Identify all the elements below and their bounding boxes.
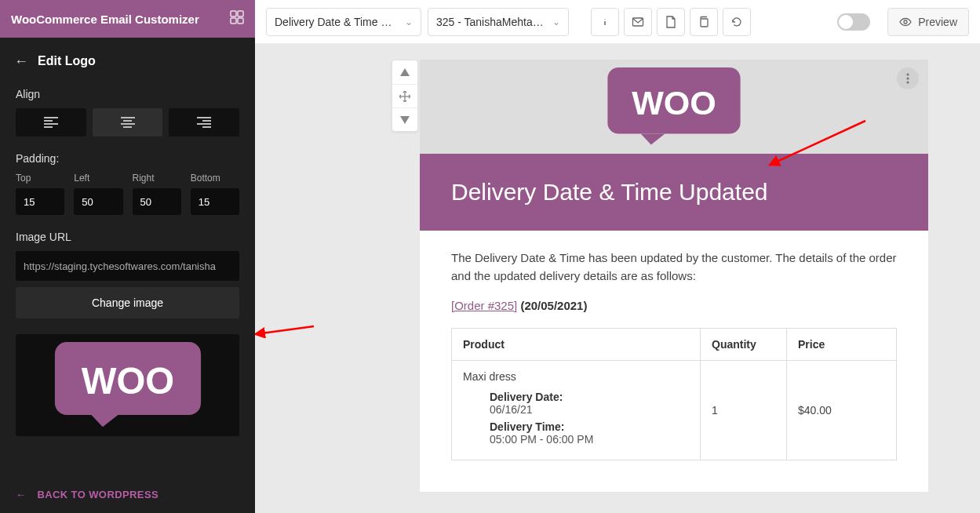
email-heading: Delivery Date & Time Updated [420,154,928,231]
eye-icon [899,16,912,28]
svg-marker-13 [400,68,410,76]
padding-bottom-input[interactable] [191,188,239,215]
kebab-icon [906,73,909,84]
svg-rect-11 [701,19,708,27]
padding-label: Padding: [16,152,239,165]
copy-button[interactable] [690,8,718,36]
padding-section: Padding: Top Left Right Bottom [0,141,255,220]
preview-button[interactable]: Preview [887,8,969,36]
align-left-button[interactable] [16,108,86,136]
move-up-button[interactable] [392,60,417,84]
order-link[interactable]: [Order #325] [451,299,517,312]
dark-mode-toggle[interactable] [837,13,870,31]
breadcrumb: ← Edit Logo [0,38,255,77]
svg-point-21 [906,77,909,79]
product-name: Maxi dress [463,370,689,383]
move-handle[interactable] [392,84,417,107]
canvas-controls [392,60,418,132]
mail-button[interactable] [624,8,652,36]
align-left-icon [44,117,58,128]
footer-label: BACK TO WORDPRESS [37,489,158,500]
padding-bottom-label: Bottom [191,173,239,184]
svg-marker-16 [400,116,410,124]
reset-button[interactable] [723,8,751,36]
align-center-icon [121,117,135,128]
imageurl-section: Image URL Change image [0,220,255,323]
chevron-down-icon: ⌄ [552,16,560,27]
order-date: (20/05/2021) [520,299,587,312]
padding-right-label: Right [133,173,181,184]
app-title: WooCommerce Email Customizer [11,13,199,26]
email-body: The Delivery Date & Time has been update… [420,231,928,492]
back-arrow-icon: ← [16,489,26,500]
padding-right-input[interactable] [133,188,181,215]
imageurl-label: Image URL [16,231,239,243]
align-right-button[interactable] [169,108,239,136]
cell-quantity: 1 [701,360,787,460]
toolbar-icon-group [591,8,751,36]
table-row: Maxi dress Delivery Date: 06/16/21 Deliv… [452,360,897,460]
annotation-arrow-icon [255,322,318,338]
svg-point-22 [906,81,909,83]
padding-left-input[interactable] [74,188,122,215]
align-label: Align [16,88,239,100]
svg-text:WOO: WOO [81,360,173,402]
breadcrumb-label: Edit Logo [38,54,96,68]
email-template-dropdown[interactable]: Delivery Date & Time Up...⌄ [266,8,421,36]
svg-text:WOO: WOO [632,84,716,122]
grid-icon[interactable] [230,10,244,27]
back-arrow-icon[interactable]: ← [14,53,28,70]
email-paragraph: The Delivery Date & Time has been update… [451,249,897,285]
order-dropdown[interactable]: 325 - TanishaMehta (ta...⌄ [428,8,569,36]
chevron-down-icon: ⌄ [405,16,413,27]
topbar: Delivery Date & Time Up...⌄ 325 - Tanish… [255,0,980,44]
delivery-date-label: Delivery Date: [490,391,689,403]
th-price: Price [787,328,897,360]
delivery-time-label: Delivery Time: [490,420,689,433]
woo-logo-icon: WOO [42,342,214,428]
block-options-button[interactable] [897,67,919,89]
delivery-time: 05:00 PM - 06:00 PM [490,433,689,446]
align-right-icon [197,117,211,128]
svg-point-12 [904,20,907,24]
svg-line-26 [261,326,314,333]
svg-marker-18 [641,134,665,145]
move-down-button[interactable] [392,107,417,131]
align-section: Align [0,77,255,141]
logo-preview: WOO [16,334,239,436]
padding-top-label: Top [16,173,64,184]
back-to-wordpress[interactable]: ← BACK TO WORDPRESS [0,476,255,513]
svg-rect-2 [231,18,236,24]
sidebar-header: WooCommerce Email Customizer [0,0,255,38]
delivery-date: 06/16/21 [490,403,689,416]
align-row [16,108,239,136]
canvas: WOO Delivery Date & Time Updated The Del… [255,44,980,513]
padding-top-input[interactable] [16,188,64,215]
main: Delivery Date & Time Up...⌄ 325 - Tanish… [255,0,980,513]
svg-rect-0 [231,11,236,16]
th-product: Product [452,328,701,360]
svg-rect-1 [238,11,243,16]
imageurl-input[interactable] [16,251,239,281]
email-logo-bar[interactable]: WOO [420,60,928,154]
svg-marker-5 [91,415,118,427]
svg-rect-3 [238,18,243,24]
page-button[interactable] [657,8,685,36]
email-preview: WOO Delivery Date & Time Updated The Del… [420,60,928,492]
align-center-button[interactable] [93,108,163,136]
svg-point-20 [906,73,909,75]
cell-price: $40.00 [787,360,897,460]
info-button[interactable] [591,8,619,36]
sidebar: WooCommerce Email Customizer ← Edit Logo… [0,0,255,513]
padding-left-label: Left [74,173,122,184]
change-image-button[interactable]: Change image [16,287,239,318]
woo-logo-icon: WOO [607,67,741,146]
th-quantity: Quantity [701,328,787,360]
order-table: Product Quantity Price Maxi dress Delive… [451,328,897,460]
